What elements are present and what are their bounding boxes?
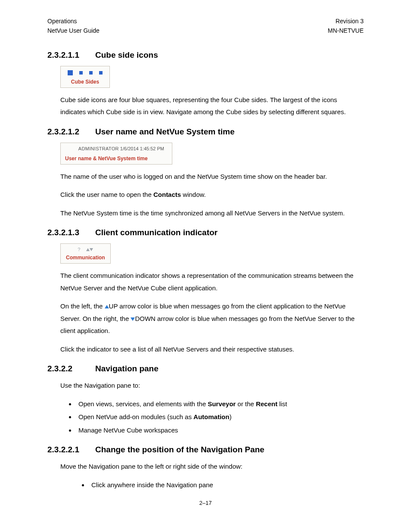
paragraph: Cube side icons are four blue squares, r… (47, 94, 364, 118)
down-arrow-icon (90, 248, 93, 251)
header-right: Revision 3 MN-NETVUE (328, 16, 364, 36)
heading-user-name-system-time: 2.3.2.1.2User name and NetVue System tim… (47, 127, 364, 137)
text-run: ) (229, 413, 231, 420)
cube-side-icon-active (68, 70, 73, 75)
text-run: window. (181, 191, 206, 198)
figure-communication: ? Communication (60, 243, 111, 264)
paragraph: Move the Navigation pane to the left or … (47, 460, 364, 473)
figure-body: ? (61, 244, 110, 255)
heading-navigation-pane: 2.3.2.2Navigation pane (47, 364, 364, 373)
figure-caption: Communication (61, 255, 110, 263)
cube-side-icon (99, 71, 103, 75)
section-number: 2.3.2.1.2 (47, 127, 95, 137)
paragraph: On the left, the UP arrow color is blue … (47, 300, 364, 337)
heading-change-nav-position: 2.3.2.2.1Change the position of the Navi… (47, 445, 364, 454)
text-bold-recent: Recent (256, 400, 277, 408)
section-title: Navigation pane (95, 364, 159, 373)
page-header: Operations NetVue User Guide Revision 3 … (47, 16, 364, 36)
paragraph: Use the Navigation pane to: (47, 380, 364, 392)
user-name-label: ADMINISTRATOR (78, 146, 119, 151)
figure-caption: Cube Sides (61, 79, 109, 87)
cube-side-icon (79, 71, 83, 75)
text-bold-surveyor: Surveyor (208, 400, 236, 408)
header-doc-title: NetVue User Guide (47, 26, 100, 35)
bullet-list: Open views, services, and elements with … (47, 398, 364, 437)
figure-cube-sides: Cube Sides (60, 66, 110, 88)
section-number: 2.3.2.2 (47, 364, 95, 373)
down-arrow-icon (131, 317, 135, 321)
figure-body: ADMINISTRATOR 1/6/2014 1:45:52 PM (61, 143, 172, 154)
section-number: 2.3.2.1.3 (47, 228, 95, 237)
section-number: 2.3.2.1.1 (47, 50, 95, 60)
question-mark-icon: ? (78, 247, 80, 252)
header-revision: Revision 3 (328, 16, 364, 26)
figure-body (61, 66, 109, 79)
communication-symbols: ? (66, 247, 105, 252)
heading-client-communication: 2.3.2.1.3Client communication indicator (47, 228, 364, 237)
arrow-pair-icon (86, 247, 93, 252)
paragraph: Click the user name to open the Contacts… (47, 189, 364, 201)
bullet-list: Click anywhere inside the Navigation pan… (47, 479, 364, 492)
list-item: Click anywhere inside the Navigation pan… (89, 479, 364, 492)
text-run: On the left, the (60, 302, 105, 310)
document-page: Operations NetVue User Guide Revision 3 … (0, 0, 411, 523)
list-item: Open NetVue add-on modules (such as Auto… (76, 411, 364, 423)
text-run: list (277, 400, 287, 408)
header-doc-id: MN-NETVUE (328, 26, 364, 35)
paragraph: The name of the user who is logged on an… (47, 171, 364, 183)
cube-side-icons (66, 69, 104, 76)
figure-caption: User name & NetVue System time (61, 154, 172, 164)
list-item: Manage NetVue Cube workspaces (76, 424, 364, 437)
text-bold-contacts: Contacts (153, 191, 181, 198)
list-item: Open views, services, and elements with … (76, 398, 364, 411)
paragraph: Click the indicator to see a list of all… (47, 343, 364, 356)
text-run: or the (236, 400, 256, 408)
section-title: User name and NetVue System time (95, 127, 234, 136)
user-time-display: ADMINISTRATOR 1/6/2014 1:45:52 PM (66, 146, 167, 151)
paragraph: The client communication indicator shows… (47, 270, 364, 294)
section-title: Change the position of the Navigation Pa… (95, 445, 265, 454)
text-bold-automation: Automation (193, 413, 229, 420)
cube-side-icon (89, 71, 93, 75)
page-number: 2–17 (47, 500, 364, 506)
heading-cube-side-icons: 2.3.2.1.1Cube side icons (47, 50, 364, 60)
text-run: Click the user name to open the (60, 191, 153, 198)
figure-user-time: ADMINISTRATOR 1/6/2014 1:45:52 PM User n… (60, 143, 172, 165)
system-time-label: 1/6/2014 1:45:52 PM (120, 146, 164, 151)
paragraph: The NetVue System time is the time synch… (47, 207, 364, 220)
header-left: Operations NetVue User Guide (47, 16, 100, 36)
text-run: Open views, services, and elements with … (78, 400, 208, 408)
up-arrow-icon (86, 248, 90, 251)
up-arrow-icon (105, 305, 109, 308)
text-run: Open NetVue add-on modules (such as (78, 413, 193, 420)
section-title: Cube side icons (95, 50, 158, 59)
header-section-name: Operations (47, 16, 100, 26)
section-title: Client communication indicator (95, 228, 218, 237)
section-number: 2.3.2.2.1 (47, 445, 95, 454)
